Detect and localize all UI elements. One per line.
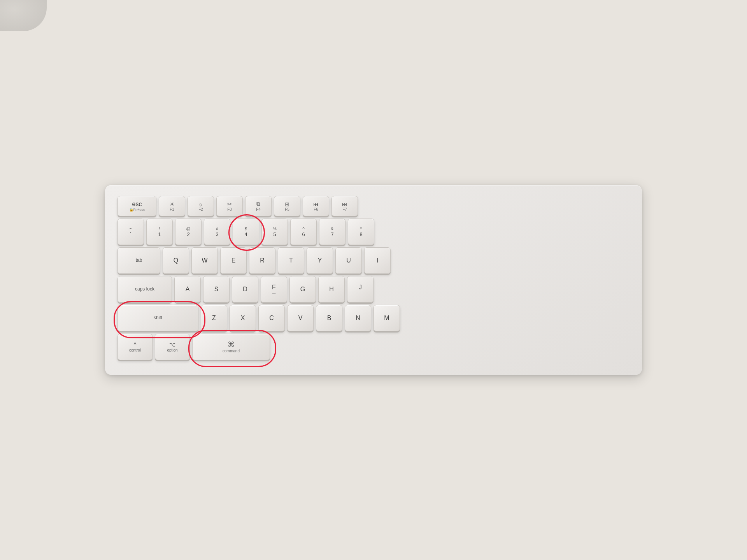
key-x[interactable]: X [230, 305, 256, 331]
key-j[interactable]: J _ [347, 276, 374, 303]
key-d[interactable]: D [232, 276, 258, 303]
bottom-row: ^ control ⌥ option ⌘ command [117, 334, 630, 360]
key-f3[interactable]: ✂ F3 [216, 196, 243, 216]
key-backtick[interactable]: ~ ` [117, 219, 144, 245]
key-f[interactable]: F — [261, 276, 287, 303]
key-f5[interactable]: ⊞ F5 [274, 196, 300, 216]
key-w[interactable]: W [191, 247, 218, 274]
key-esc[interactable]: esc 🔒Fn+esc [117, 196, 156, 216]
key-u[interactable]: U [335, 247, 362, 274]
key-6[interactable]: ^ 6 [290, 219, 317, 245]
key-z[interactable]: Z [201, 305, 227, 331]
key-f7[interactable]: ⏭ F7 [331, 196, 358, 216]
key-5[interactable]: % 5 [261, 219, 288, 245]
key-shift[interactable]: shift [117, 305, 198, 331]
number-row: ~ ` ! 1 @ 2 # 3 $ 4 % 5 ^ 6 & 7 [117, 219, 630, 245]
key-b[interactable]: B [316, 305, 342, 331]
key-r[interactable]: R [249, 247, 275, 274]
key-2[interactable]: @ 2 [175, 219, 202, 245]
key-h[interactable]: H [318, 276, 345, 303]
key-m[interactable]: M [374, 305, 400, 331]
key-8[interactable]: * 8 [348, 219, 374, 245]
key-f2[interactable]: ☼ F2 [188, 196, 214, 216]
key-c[interactable]: C [258, 305, 285, 331]
key-3[interactable]: # 3 [204, 219, 230, 245]
key-caps-lock[interactable]: caps lock [117, 276, 172, 303]
key-f6[interactable]: ⏮ F6 [303, 196, 329, 216]
key-control[interactable]: ^ control [117, 334, 153, 360]
key-option[interactable]: ⌥ option [155, 334, 190, 360]
key-q[interactable]: Q [163, 247, 189, 274]
key-g[interactable]: G [289, 276, 316, 303]
key-t[interactable]: T [278, 247, 304, 274]
qwerty-row: tab Q W E R T Y U I [117, 247, 630, 274]
key-y[interactable]: Y [307, 247, 333, 274]
key-7[interactable]: & 7 [319, 219, 345, 245]
key-e[interactable]: E [220, 247, 247, 274]
key-f1[interactable]: ☀ F1 [159, 196, 185, 216]
key-n[interactable]: N [345, 305, 371, 331]
key-command[interactable]: ⌘ command [192, 334, 270, 360]
key-1[interactable]: ! 1 [146, 219, 173, 245]
zxcv-row: shift Z X C V B N M [117, 305, 630, 331]
key-i[interactable]: I [364, 247, 391, 274]
key-f4[interactable]: ⧉ F4 [245, 196, 272, 216]
mouse-partial [0, 0, 47, 31]
fn-row: esc 🔒Fn+esc ☀ F1 ☼ F2 ✂ F3 ⧉ F4 ⊞ F5 ⏮ F… [117, 196, 630, 216]
asdf-row: caps lock A S D F — G H J _ [117, 276, 630, 303]
keyboard: esc 🔒Fn+esc ☀ F1 ☼ F2 ✂ F3 ⧉ F4 ⊞ F5 ⏮ F… [105, 185, 642, 375]
key-a[interactable]: A [174, 276, 201, 303]
key-v[interactable]: V [287, 305, 314, 331]
key-s[interactable]: S [203, 276, 230, 303]
key-4[interactable]: $ 4 [233, 219, 259, 245]
key-tab[interactable]: tab [117, 247, 160, 274]
